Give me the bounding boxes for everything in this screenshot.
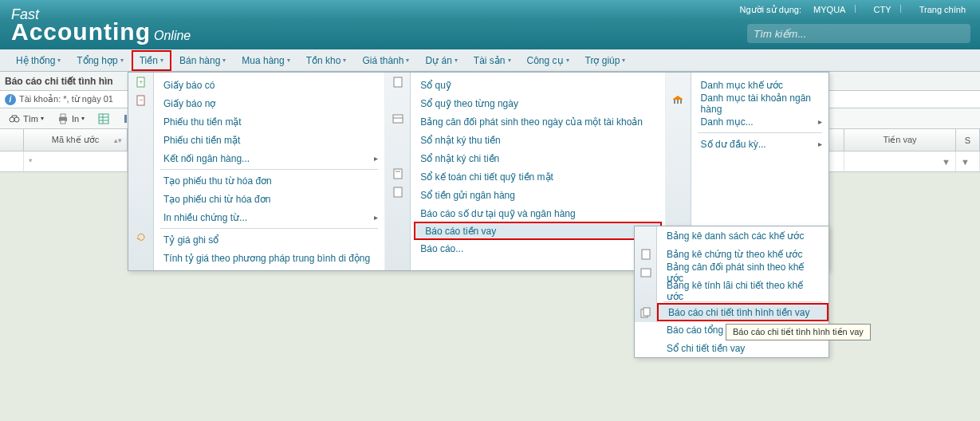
menu-taisan[interactable]: Tài sản▾ <box>466 50 519 71</box>
svg-rect-25 <box>642 250 650 259</box>
dd-phieuchi[interactable]: Phiếu chi tiền mặt <box>154 131 384 149</box>
dd-baocaosodu[interactable]: Báo cáo số dư tại quỹ và ngân hàng <box>411 204 664 222</box>
search-input[interactable] <box>754 24 964 43</box>
dd-soquy[interactable]: Sổ quỹ <box>411 76 664 94</box>
svg-rect-9 <box>124 115 127 123</box>
menu-banhang[interactable]: Bán hàng▾ <box>171 50 234 71</box>
sm-bangketinhlai[interactable]: Bảng kê tính lãi chi tiết theo khế ước <box>657 281 828 300</box>
user-name[interactable]: MYQUA <box>809 5 850 14</box>
dd-giaybaono[interactable]: Giấy báo nợ <box>154 94 384 112</box>
svg-point-1 <box>14 117 19 122</box>
refresh-icon <box>135 230 148 243</box>
user-label: Người sử dụng: <box>735 5 807 14</box>
sm-bangkedanhsach[interactable]: Bảng kê danh sách các khế ước <box>657 226 828 245</box>
col-makheuoc[interactable]: Mã khế ước ▴▾ <box>24 129 128 151</box>
col-tienvay[interactable]: Tiền vay <box>844 129 956 151</box>
printer-icon <box>57 112 69 125</box>
svg-rect-19 <box>394 169 402 179</box>
filter-cell[interactable] <box>0 151 24 171</box>
bank-icon <box>671 94 684 107</box>
doc-plus-icon: + <box>135 76 148 89</box>
dd-danhmuc[interactable]: Danh mục... <box>691 112 828 131</box>
dd-soquyngay[interactable]: Sổ quỹ theo từng ngày <box>411 94 664 112</box>
tooltip: Báo cáo chi tiết tình hình tiền vay <box>726 324 871 340</box>
dropdown-icon-column <box>385 73 411 270</box>
menu-giathanh[interactable]: Giá thành▾ <box>354 50 417 71</box>
col-s[interactable]: S <box>956 129 980 151</box>
grid-button[interactable] <box>94 111 113 127</box>
docs-icon <box>640 307 652 320</box>
dd-danhmuctaikhoan[interactable]: Danh mục tài khoản ngân hàng <box>691 94 828 112</box>
home-link[interactable]: Trang chính <box>915 5 970 14</box>
company-link[interactable]: CTY <box>869 5 896 14</box>
ledger-icon <box>392 186 404 199</box>
sm-baocaochitiet[interactable]: Báo cáo chi tiết tình hình tiền vay <box>657 303 828 321</box>
print-button[interactable]: In▾ <box>53 111 88 127</box>
dd-sodudauky[interactable]: Số dư đầu kỳ... <box>691 135 828 153</box>
grid-icon <box>97 112 110 125</box>
dd-soketoanchitiet[interactable]: Sổ kế toán chi tiết quỹ tiền mặt <box>411 167 664 186</box>
filter-makheuoc[interactable]: * <box>24 151 128 171</box>
svg-text:+: + <box>139 78 143 86</box>
app-header: Người sử dụng: MYQUA CTY Trang chính Fas… <box>0 0 980 49</box>
svg-rect-21 <box>394 187 402 197</box>
filter-tienvay[interactable]: ▼ <box>844 151 956 171</box>
svg-rect-26 <box>641 269 651 277</box>
svg-rect-28 <box>643 308 650 316</box>
dd-baocao[interactable]: Báo cáo... <box>411 239 664 258</box>
col-selector[interactable] <box>0 129 24 151</box>
svg-rect-4 <box>61 120 65 124</box>
svg-text:−: − <box>139 96 143 104</box>
sm-sochitiet[interactable]: Sổ chi tiết tiền vay <box>657 339 828 357</box>
info-text: Tài khoản: *, từ ngày 01 <box>19 94 113 104</box>
dd-giaybaoco[interactable]: Giấy báo có <box>154 76 384 94</box>
svg-rect-24 <box>680 100 682 104</box>
svg-rect-3 <box>61 114 65 117</box>
dd-sotiengui[interactable]: Sổ tiền gửi ngân hàng <box>411 186 664 204</box>
book-icon <box>392 76 404 89</box>
ledger-icon <box>392 167 404 180</box>
dd-innhieuchungtu[interactable]: In nhiều chứng từ... <box>154 208 384 226</box>
filter-s[interactable]: ▼ <box>956 151 980 171</box>
doc-minus-icon: − <box>135 94 148 107</box>
dd-taophieuthu[interactable]: Tạo phiếu thu từ hóa đơn <box>154 171 384 190</box>
doc-icon <box>640 248 652 261</box>
submenu-icon-column <box>635 226 657 322</box>
dd-bangcandoi[interactable]: Bảng cân đối phát sinh theo ngày của một… <box>411 112 664 131</box>
menu-congcu[interactable]: Công cụ▾ <box>519 50 577 71</box>
binoculars-icon <box>8 112 21 125</box>
main-menubar: Hệ thống▾ Tổng hợp▾ Tiền▾ Bán hàng▾ Mua … <box>0 49 980 72</box>
table-icon <box>640 266 652 279</box>
app-logo: Fast Accounting Online <box>11 6 191 45</box>
dropdown-icon-column: + − <box>128 73 154 270</box>
table-icon <box>392 112 404 125</box>
dd-tygiaghiso[interactable]: Tỷ giá ghi sổ <box>154 230 384 249</box>
menu-muahang[interactable]: Mua hàng▾ <box>234 50 297 71</box>
svg-rect-5 <box>99 114 108 124</box>
dd-sonhatkychi[interactable]: Sổ nhật ký chi tiền <box>411 149 664 167</box>
funnel-icon: ▼ <box>942 157 950 167</box>
dd-tinhtyggia[interactable]: Tính tỷ giá theo phương pháp trung bình … <box>154 249 384 267</box>
menu-trogiup[interactable]: Trợ giúp▾ <box>577 50 634 71</box>
menu-tonkho[interactable]: Tồn kho▾ <box>298 50 355 71</box>
svg-rect-23 <box>677 100 679 104</box>
svg-rect-16 <box>394 77 402 87</box>
menu-duan[interactable]: Dự án▾ <box>417 50 465 71</box>
svg-point-0 <box>10 117 14 122</box>
search-box[interactable] <box>747 24 970 43</box>
menu-hethong[interactable]: Hệ thống▾ <box>8 50 69 71</box>
dd-baocaotienvay[interactable]: Báo cáo tiền vay <box>414 222 661 240</box>
menu-tien[interactable]: Tiền▾ <box>132 50 171 71</box>
info-icon: i <box>5 94 16 105</box>
funnel-icon: ▼ <box>961 157 970 167</box>
header-user-info: Người sử dụng: MYQUA CTY Trang chính <box>735 5 970 15</box>
svg-rect-17 <box>393 115 403 123</box>
dd-phieuthu[interactable]: Phiếu thu tiền mặt <box>154 112 384 131</box>
find-button[interactable]: Tìm▾ <box>5 111 47 127</box>
menu-tonghop[interactable]: Tổng hợp▾ <box>69 50 131 71</box>
sort-icon: ▴▾ <box>114 136 122 144</box>
dd-sonhatkythu[interactable]: Sổ nhật ký thu tiền <box>411 131 664 149</box>
svg-rect-22 <box>674 100 675 104</box>
dd-ketnoinh[interactable]: Kết nối ngân hàng... <box>154 149 384 167</box>
dd-taophieuchi[interactable]: Tạo phiếu chi từ hóa đơn <box>154 190 384 208</box>
